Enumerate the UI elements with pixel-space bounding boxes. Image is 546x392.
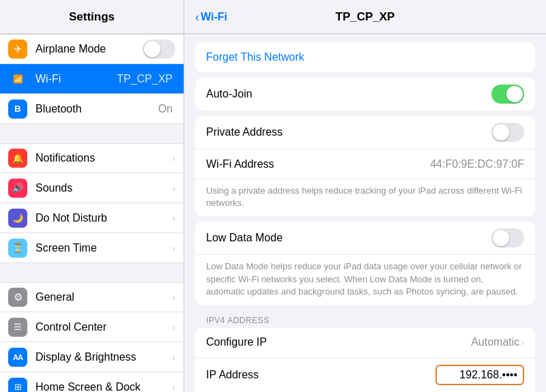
sidebar-item-wifi[interactable]: 📶 Wi-Fi TP_CP_XP [0,64,184,94]
private-address-row: Private Address [195,116,535,149]
forget-network-section: Forget This Network [195,42,535,72]
general-chevron-icon: › [172,292,175,303]
notifications-icon: 🔔 [8,149,27,168]
sounds-icon: 🔊 [8,179,27,198]
sidebar-section-system: ⚙ General › ☰ Control Center › AA Displa… [0,282,184,392]
low-data-section: Low Data Mode Low Data Mode helps reduce… [195,222,535,305]
sidebar-item-label-sounds: Sounds [35,182,164,194]
sidebar-item-label-notifications: Notifications [35,152,164,164]
wifi-address-row: Wi-Fi Address 44:F0:9E:DC:97:0F [195,149,535,179]
configure-ip-row[interactable]: Configure IP Automatic › [195,328,535,358]
private-address-note: Using a private address helps reduce tra… [195,179,535,216]
sidebar-item-bluetooth[interactable]: B Bluetooth On [0,94,184,124]
low-data-mode-label: Low Data Mode [206,232,491,244]
sidebar-section-connectivity: ✈ Airplane Mode 📶 Wi-Fi TP_CP_XP B Bluet… [0,34,184,124]
sidebar-item-label-airplane: Airplane Mode [35,43,134,55]
private-address-toggle[interactable] [491,123,524,142]
sidebar-item-label-general: General [35,291,164,303]
sidebar-item-notifications[interactable]: 🔔 Notifications › [0,143,184,173]
back-button[interactable]: ‹ Wi-Fi [195,11,227,23]
sounds-chevron-icon: › [172,183,175,194]
sidebar-item-label-display: Display & Brightness [35,351,164,363]
control-icon: ☰ [8,318,27,337]
sidebar-item-dnd[interactable]: 🌙 Do Not Disturb › [0,203,184,233]
sidebar-gap-1 [0,124,184,143]
ip-address-label: IP Address [206,369,435,381]
wifi-address-value: 44:F0:9E:DC:97:0F [430,158,524,170]
forget-network-label[interactable]: Forget This Network [206,51,304,63]
sidebar: ✈ Airplane Mode 📶 Wi-Fi TP_CP_XP B Bluet… [0,34,184,392]
low-data-mode-note: Low Data Mode helps reduce your iPad dat… [195,255,535,305]
ip-address-row: IP Address 192.168.•••• [195,358,535,392]
detail-title: TP_CP_XP [336,10,395,24]
sidebar-item-airplane[interactable]: ✈ Airplane Mode [0,34,184,64]
main-content: ✈ Airplane Mode 📶 Wi-Fi TP_CP_XP B Bluet… [0,34,546,392]
detail-header: ‹ Wi-Fi TP_CP_XP [184,10,546,24]
sidebar-item-display[interactable]: AA Display & Brightness › [0,342,184,372]
auto-join-row: Auto-Join [195,78,535,110]
detail-pane: Forget This Network Auto-Join Private Ad… [184,34,546,392]
sidebar-header: Settings [0,0,184,33]
sidebar-item-sounds[interactable]: 🔊 Sounds › [0,173,184,203]
forget-network-row[interactable]: Forget This Network [195,42,535,72]
back-label: Wi-Fi [201,11,227,23]
sidebar-item-label-homescreen: Home Screen & Dock [35,381,164,393]
wifi-icon: 📶 [8,70,27,89]
configure-ip-value: Automatic [471,336,519,348]
sidebar-item-value-bluetooth: On [158,103,173,115]
sidebar-item-label-wifi: Wi-Fi [35,73,109,85]
control-chevron-icon: › [172,322,175,333]
configure-ip-value-container: Automatic › [471,336,524,348]
airplane-icon: ✈ [8,40,27,59]
configure-ip-label: Configure IP [206,336,471,348]
sidebar-item-general[interactable]: ⚙ General › [0,282,184,312]
address-section: Private Address Wi-Fi Address 44:F0:9E:D… [195,116,535,216]
low-data-mode-toggle[interactable] [491,228,524,247]
private-address-label: Private Address [206,126,491,138]
screentime-icon: ⏳ [8,239,27,258]
homescreen-icon: ⊞ [8,378,27,393]
sidebar-item-value-wifi: TP_CP_XP [117,73,173,85]
screentime-chevron-icon: › [172,243,175,254]
settings-title: Settings [69,10,115,24]
app-header: Settings ‹ Wi-Fi TP_CP_XP [0,0,546,34]
ipv4-section-header: IPV4 ADDRESS [184,310,546,328]
auto-join-section: Auto-Join [195,78,535,110]
sidebar-section-alerts: 🔔 Notifications › 🔊 Sounds › 🌙 Do Not Di… [0,143,184,263]
wifi-address-label: Wi-Fi Address [206,158,430,170]
auto-join-toggle[interactable] [491,85,524,104]
display-icon: AA [8,348,27,367]
sidebar-item-control[interactable]: ☰ Control Center › [0,312,184,342]
sidebar-item-label-control: Control Center [35,321,164,333]
display-chevron-icon: › [172,352,175,363]
configure-ip-chevron-icon: › [521,337,524,348]
sidebar-item-label-screentime: Screen Time [35,242,164,254]
dnd-chevron-icon: › [172,213,175,224]
sidebar-gap-2 [0,263,184,282]
notifications-chevron-icon: › [172,153,175,164]
sidebar-item-label-bluetooth: Bluetooth [35,103,150,115]
ipv4-section: Configure IP Automatic › IP Address 192.… [195,328,535,392]
homescreen-chevron-icon: › [172,382,175,393]
auto-join-label: Auto-Join [206,88,491,100]
back-chevron-icon: ‹ [195,11,199,23]
sidebar-item-label-dnd: Do Not Disturb [35,212,164,224]
bluetooth-icon: B [8,100,27,119]
sidebar-item-screentime[interactable]: ⏳ Screen Time › [0,233,184,263]
low-data-mode-row: Low Data Mode [195,222,535,255]
airplane-toggle[interactable] [143,40,175,59]
dnd-icon: 🌙 [8,209,27,228]
general-icon: ⚙ [8,288,27,307]
ip-address-input[interactable]: 192.168.•••• [435,365,524,385]
sidebar-item-homescreen[interactable]: ⊞ Home Screen & Dock › [0,372,184,392]
